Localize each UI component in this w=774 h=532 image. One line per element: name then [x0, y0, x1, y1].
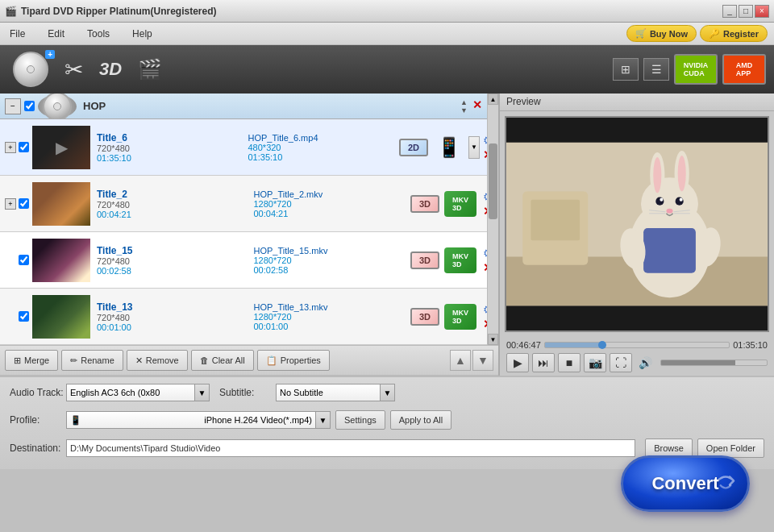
row-odim-2: 1280*720 — [254, 199, 411, 209]
list-view-button[interactable]: ☰ — [643, 58, 669, 81]
step-forward-button[interactable]: ⏭ — [532, 353, 555, 372]
play-button[interactable]: ▶ — [506, 353, 529, 372]
row-dims-4: 720*480 — [97, 313, 254, 322]
rename-button[interactable]: ✏ Rename — [61, 350, 123, 371]
scrollbar-thumb[interactable] — [489, 143, 497, 219]
header-remove-button[interactable]: ✕ — [472, 98, 482, 114]
time-slider-thumb[interactable] — [598, 341, 606, 349]
fullscreen-button[interactable]: ⛶ — [610, 353, 632, 372]
scroll-controls[interactable]: ▲ ▼ — [460, 98, 468, 114]
list-header: − HOP ▲ ▼ ✕ — [0, 94, 498, 119]
row-checkbox-2[interactable] — [19, 198, 29, 209]
audio-track-dropdown[interactable]: ▼ — [195, 384, 210, 401]
menu-bar: File Edit Tools Help 🛒 Buy Now 🔑 Registe… — [0, 23, 774, 45]
convert-button[interactable]: Convert — [621, 455, 750, 512]
svg-point-7 — [678, 156, 686, 192]
screenshot-button[interactable]: 📷 — [584, 353, 606, 372]
move-down-button[interactable]: ▼ — [472, 350, 493, 371]
remove-button[interactable]: ✕ Remove — [127, 350, 188, 371]
profile-select-container: 📱 iPhone H.264 Video(*.mp4) ▼ — [66, 411, 331, 429]
toolbar: + ✂ 3D 🎬 ⊞ ☰ NVIDIACUDA AMDAPP — [0, 45, 774, 94]
convert-label: Convert — [651, 473, 718, 494]
edit-button[interactable]: ✂ — [60, 53, 88, 86]
subtitle-dropdown[interactable]: ▼ — [381, 384, 395, 401]
profile-row: Profile: 📱 iPhone H.264 Video(*.mp4) ▼ S… — [10, 410, 764, 430]
stop-button[interactable]: ■ — [558, 353, 580, 372]
video-row-2: + Title_2 720*480 00:04:21 HOP_Title_2.m… — [0, 176, 498, 232]
audio-track-label: Audio Track: — [10, 387, 66, 398]
list-toolbar: ⊞ Merge ✏ Rename ✕ Remove 🗑 Clear All 📋 … — [0, 345, 498, 376]
header-checkbox[interactable] — [24, 101, 35, 111]
scrollbar-down[interactable]: ▼ — [488, 334, 498, 345]
destination-input[interactable] — [66, 439, 635, 457]
minimize-button[interactable]: _ — [722, 5, 737, 18]
row-checkbox-3[interactable] — [19, 255, 29, 265]
row-info-3: Title_15 720*480 00:02:58 — [97, 245, 254, 276]
toolbar-left: + ✂ 3D 🎬 — [8, 48, 167, 90]
load-dvd-button[interactable]: + — [8, 48, 53, 90]
row-expand-1[interactable]: + — [5, 142, 16, 153]
row-time-4: 00:01:00 — [97, 322, 254, 332]
list-scrollbar[interactable]: ▲ ▼ — [487, 94, 498, 345]
row-otime-3: 00:02:58 — [254, 265, 411, 275]
row-odim-4: 1280*720 — [254, 312, 411, 322]
row-otime-2: 00:04:21 — [254, 209, 411, 218]
profile-select[interactable]: 📱 iPhone H.264 Video(*.mp4) — [66, 411, 316, 429]
row-checkbox-4[interactable] — [19, 311, 29, 322]
menu-tools[interactable]: Tools — [84, 27, 113, 41]
row-expand-2[interactable]: + — [5, 198, 16, 210]
profile-dropdown[interactable]: ▼ — [316, 411, 331, 429]
register-button[interactable]: 🔑 Register — [700, 25, 768, 42]
3d-button[interactable]: 3D — [94, 56, 127, 83]
volume-slider[interactable] — [660, 360, 768, 366]
properties-button[interactable]: 📋 Properties — [257, 350, 330, 371]
menu-edit[interactable]: Edit — [44, 27, 68, 41]
buy-now-button[interactable]: 🛒 Buy Now — [626, 25, 697, 42]
maximize-button[interactable]: □ — [739, 5, 753, 18]
effects-button[interactable]: 🎬 — [133, 55, 167, 84]
row-format-dropdown-1[interactable]: ▼ — [468, 136, 480, 159]
row-odim-1: 480*320 — [248, 143, 400, 152]
row-badge-3d-2: 3D — [410, 195, 439, 213]
header-title: HOP — [83, 100, 460, 112]
iphone-icon: 📱 — [70, 415, 81, 426]
row-oname-1: HOP_Title_6.mp4 — [248, 133, 400, 143]
row-thumbnail-3 — [32, 239, 90, 282]
row-time-1: 01:35:10 — [97, 153, 248, 163]
time-bar: 00:46:47 01:35:10 — [506, 340, 768, 350]
svg-rect-21 — [531, 200, 580, 241]
close-button[interactable]: × — [755, 5, 769, 18]
apply-to-all-button[interactable]: Apply to All — [390, 410, 452, 430]
grid-view-button[interactable]: ⊞ — [613, 58, 639, 81]
mkv-3d-icon-2: MKV3D — [444, 191, 476, 217]
row-format-icon-1: 📱 — [433, 131, 465, 164]
row-checkbox-1[interactable] — [19, 142, 29, 152]
rename-icon: ✏ — [70, 355, 77, 366]
row-dims-1: 720*480 — [97, 143, 248, 153]
clear-all-button[interactable]: 🗑 Clear All — [191, 350, 254, 371]
volume-icon: 🔊 — [639, 356, 652, 369]
subtitle-select[interactable]: No Subtitle — [276, 384, 381, 401]
profile-label: Profile: — [10, 414, 66, 426]
title-bar-left: 🎬 Tipard DVD Ripper Platinum(Unregistere… — [5, 6, 216, 17]
merge-button[interactable]: ⊞ Merge — [5, 350, 58, 371]
remove-icon: ✕ — [135, 355, 143, 366]
row-title-3: Title_15 — [97, 245, 254, 256]
control-buttons: ▶ ⏭ ■ 📷 ⛶ 🔊 — [506, 353, 768, 372]
audio-track-select-container: English AC3 6ch (0x80 ▼ — [66, 384, 210, 401]
row-thumbnail-2 — [32, 182, 90, 226]
toolbar-right: ⊞ ☰ NVIDIACUDA AMDAPP — [613, 54, 766, 85]
title-bar-controls[interactable]: _ □ × — [722, 5, 769, 18]
menu-help[interactable]: Help — [129, 27, 156, 41]
move-up-button[interactable]: ▲ — [450, 350, 471, 371]
video-row-1: + ▶ Title_6 720*480 01:35:10 HOP_Title_6… — [0, 119, 498, 176]
scrollbar-up[interactable]: ▲ — [488, 94, 498, 105]
row-title-4: Title_13 — [97, 301, 254, 313]
audio-track-select[interactable]: English AC3 6ch (0x80 — [66, 384, 195, 401]
header-expand[interactable]: − — [5, 98, 21, 114]
row-output-2: HOP_Title_2.mkv 1280*720 00:04:21 — [254, 189, 411, 218]
file-list: − HOP ▲ ▼ ✕ + ▶ — [0, 94, 498, 345]
time-slider[interactable] — [544, 342, 730, 348]
settings-button[interactable]: Settings — [335, 410, 385, 430]
menu-file[interactable]: File — [6, 27, 28, 41]
